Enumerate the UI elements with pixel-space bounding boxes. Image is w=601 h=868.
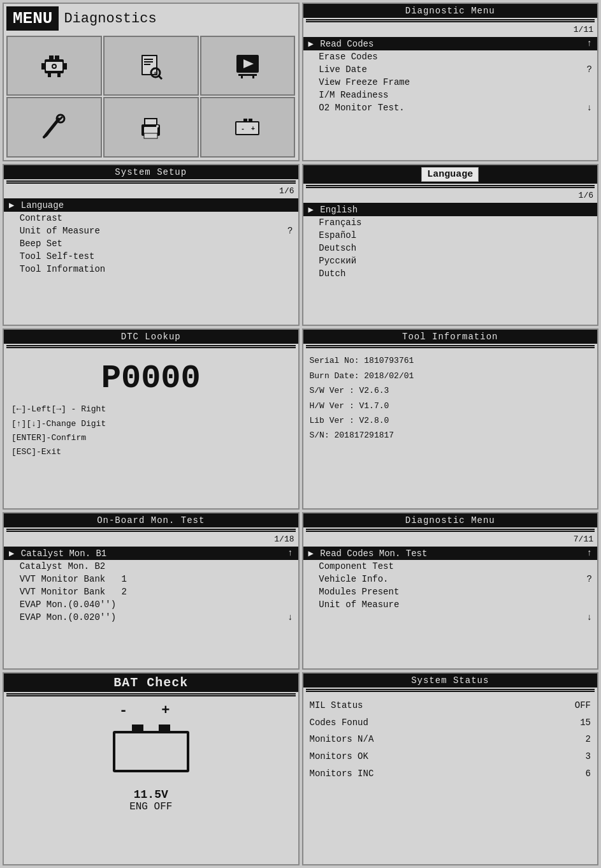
menu-item-label: Русский <box>308 256 357 266</box>
menu-item-vvt-bank2[interactable]: VVT Monitor Bank 2 <box>4 585 298 598</box>
system-setup-counter: 1/6 <box>4 185 298 197</box>
menu-item-label: Component Test <box>308 561 394 571</box>
onboard-monitor-body: ▶ Catalyst Mon. B1 ↑ Catalyst Mon. B2 VV… <box>4 545 298 625</box>
menu-item-erase-codes[interactable]: Erase Codes <box>303 50 598 63</box>
selected-arrow: ▶ <box>308 204 314 215</box>
menu-item-label: Catalyst Mon. B1 <box>21 548 106 559</box>
svg-rect-20 <box>238 74 257 76</box>
divider <box>306 185 595 188</box>
search-doc-icon[interactable]: + <box>103 36 199 96</box>
wrench-icon[interactable] <box>6 97 102 157</box>
menu-item-component-test[interactable]: Component Test <box>303 560 598 573</box>
bat-check-panel: BAT Check - + 11.5V ENG OFF <box>3 672 300 865</box>
menu-item-label: Deutsch <box>308 243 357 253</box>
menu-item-label: Contrast <box>9 213 62 223</box>
svg-line-23 <box>46 119 59 135</box>
menu-item-label: Tool Self-test <box>9 251 94 261</box>
dtc-lookup-panel: DTC Lookup P0000 [←]-Left[→] - Right [↑]… <box>3 328 300 509</box>
menu-item-view-freeze[interactable]: View Freeze Frame <box>303 76 598 89</box>
menu-item-english[interactable]: ▶ English <box>303 203 598 216</box>
menu-item-o2-monitor[interactable]: O2 Monitor Test. ↓ <box>303 101 598 114</box>
menu-item-tool-info[interactable]: Tool Information <box>4 263 298 276</box>
menu-item-label: I/M Readiness <box>308 90 389 100</box>
tool-info-header: Tool Information <box>303 330 598 344</box>
onboard-monitor-counter: 1/18 <box>4 533 298 545</box>
menu-item-label: O2 Monitor Test. <box>308 103 405 113</box>
menu-item-label: Français <box>308 217 362 228</box>
diagnostic-menu-panel: Diagnostic Menu 1/11 ▶ Read Codes ↑ Eras… <box>302 3 599 161</box>
language-counter: 1/6 <box>303 189 598 202</box>
menu-item-language[interactable]: ▶ Language <box>4 198 298 212</box>
bat-terminals: - + <box>119 703 183 719</box>
menu-label: MENU <box>6 6 59 31</box>
diagnostic-menu-body: ▶ Read Codes ↑ Erase Codes Live Date ? V… <box>303 36 598 115</box>
help-indicator: ? <box>287 226 293 236</box>
battery-icon[interactable]: - + <box>200 97 296 157</box>
menu-item-live-date[interactable]: Live Date ? <box>303 63 598 76</box>
mil-status-label: MIL Status <box>310 697 363 714</box>
divider <box>306 345 595 348</box>
menu-item-espanol[interactable]: Español <box>303 229 598 242</box>
menu-item-read-codes-mon[interactable]: ▶ Read Codes Mon. Test ↑ <box>303 547 598 560</box>
printer-icon[interactable] <box>103 97 199 157</box>
dtc-instruction-4: [ESC]-Exit <box>11 445 291 459</box>
svg-line-16 <box>159 76 162 79</box>
menu-item-modules-present[interactable]: Modules Present <box>303 585 598 598</box>
menu-item-label: EVAP Mon.(0.040'') <box>9 600 116 610</box>
monitors-ok-label: Monitors OK <box>310 748 368 765</box>
scroll-down-arrow: ↓ <box>587 612 592 622</box>
diagnostic-menu-2-counter: 7/11 <box>303 533 598 545</box>
svg-text:+: + <box>251 126 255 133</box>
svg-rect-28 <box>144 127 157 133</box>
dtc-code[interactable]: P0000 <box>11 355 291 402</box>
status-row-codes-found: Codes Fonud 15 <box>310 714 591 732</box>
svg-rect-12 <box>144 59 153 60</box>
menu-item-evap-020[interactable]: EVAP Mon.(0.020'') ↓ <box>4 611 298 624</box>
bat-icon-container <box>106 721 196 782</box>
divider <box>306 529 595 532</box>
mil-status-value: OFF <box>575 697 591 714</box>
engine-icon[interactable] <box>6 36 102 96</box>
scroll-up-arrow: ↑ <box>287 548 293 558</box>
menu-item-tool-self-test[interactable]: Tool Self-test <box>4 250 298 263</box>
system-status-header: System Status <box>303 673 598 688</box>
menu-item-russian[interactable]: Русский <box>303 254 598 267</box>
scroll-up-arrow: ↑ <box>587 548 592 558</box>
menu-item-label: Language <box>21 200 64 210</box>
tool-info-lib-ver: Lib Ver : V2.8.0 <box>310 413 591 428</box>
menu-item-label: Modules Present <box>308 587 400 597</box>
menu-item-evap-040[interactable]: EVAP Mon.(0.040'') <box>4 598 298 611</box>
dtc-body: P0000 [←]-Left[→] - Right [↑][↓]-Change … <box>4 349 298 464</box>
onboard-monitor-panel: On-Board Mon. Test 1/18 ▶ Catalyst Mon. … <box>3 512 300 670</box>
menu-item-beep-set[interactable]: Beep Set <box>4 237 298 250</box>
menu-item-label: Read Codes Mon. Test <box>320 548 427 559</box>
menu-top-bar: MENU Diagnostics <box>4 4 298 33</box>
menu-item-unit-measure[interactable]: Unit of Measure ? <box>4 224 298 237</box>
diagnostic-menu-2-panel: Diagnostic Menu 7/11 ▶ Read Codes Mon. T… <box>302 512 599 670</box>
menu-item-contrast[interactable]: Contrast <box>4 212 298 224</box>
menu-item-label: Tool Information <box>9 264 105 274</box>
menu-item-dutch[interactable]: Dutch <box>303 267 598 280</box>
dtc-instruction-2: [↑][↓]-Change Digit <box>11 417 291 431</box>
scroll-up-arrow: ↑ <box>587 38 592 48</box>
menu-item-francais[interactable]: Français <box>303 216 598 229</box>
monitors-inc-label: Monitors INC <box>310 765 374 783</box>
monitors-na-value: 2 <box>586 731 591 748</box>
menu-item-catalyst-b2[interactable]: Catalyst Mon. B2 <box>4 560 298 573</box>
menu-item-deutsch[interactable]: Deutsch <box>303 242 598 254</box>
menu-item-vehicle-info[interactable]: Vehicle Info. ? <box>303 573 598 585</box>
svg-point-9 <box>53 65 55 68</box>
svg-rect-4 <box>55 55 59 61</box>
codes-found-value: 15 <box>580 714 591 732</box>
menu-item-unit-of-measure[interactable]: Unit of Measure <box>303 598 598 611</box>
menu-item-catalyst-b1[interactable]: ▶ Catalyst Mon. B1 ↑ <box>4 547 298 560</box>
battery-check-icon <box>106 721 196 779</box>
menu-item-read-codes[interactable]: ▶ Read Codes ↑ <box>303 37 598 50</box>
menu-item-vvt-bank1[interactable]: VVT Monitor Bank 1 <box>4 573 298 585</box>
menu-item-label: Dutch <box>308 268 346 279</box>
status-row-monitors-ok: Monitors OK 3 <box>310 748 591 765</box>
dtc-lookup-header: DTC Lookup <box>4 330 298 344</box>
play-icon[interactable] <box>200 36 296 96</box>
menu-item-label: Beep Set <box>9 239 62 249</box>
menu-item-im-readiness[interactable]: I/M Readiness <box>303 89 598 101</box>
